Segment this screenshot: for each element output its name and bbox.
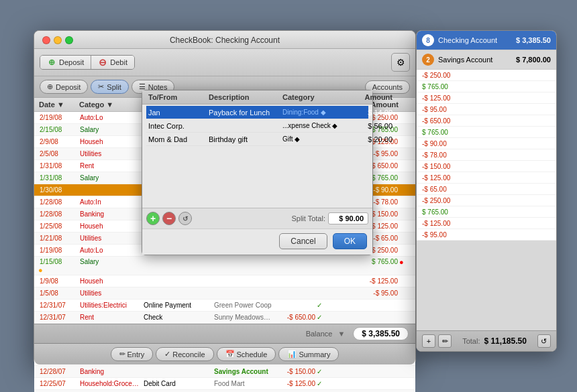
schedule-icon: 📅 xyxy=(225,350,235,358)
split-empty-area xyxy=(146,146,368,206)
checkmark: ✓ xyxy=(317,302,329,309)
sidebar-add-button[interactable]: + xyxy=(422,334,435,348)
split-action-bar: + − ↺ Split Total: $ 90.00 xyxy=(142,208,372,228)
main-toolbar: ⊕ Deposit ⊖ Debit ⚙ xyxy=(34,49,415,76)
main-window: CheckBook: Checking Account ⊕ Deposit ⊖ … xyxy=(34,30,416,365)
title-bar: CheckBook: Checking Account xyxy=(34,31,415,49)
savings-account-balance: $ 7,800.00 xyxy=(516,56,551,64)
alert-icon: ● xyxy=(399,258,411,266)
sidebar-row: -$ 65.00 xyxy=(417,184,556,195)
close-button[interactable] xyxy=(42,36,50,44)
entry-icon: ✏ xyxy=(119,350,125,358)
reconcile-nav-button[interactable]: ✓ Reconcile xyxy=(156,347,213,361)
checking-account-name: Checking Account xyxy=(438,36,512,44)
deposit-icon: ⊕ xyxy=(47,82,53,91)
reconcile-icon: ✓ xyxy=(164,350,170,358)
checking-account-balance: $ 3,385.50 xyxy=(516,36,551,44)
toolbar-right: ⚙ xyxy=(391,53,410,72)
total-value: $ 11,185.50 xyxy=(484,336,526,346)
check-col-header xyxy=(399,100,411,109)
balance-value: $ 3,385.50 xyxy=(353,327,409,340)
cancel-button[interactable]: Cancel xyxy=(279,233,327,249)
table-row[interactable]: 1/5/08 Utilities -$ 95.00 xyxy=(34,287,415,300)
gear-button[interactable]: ⚙ xyxy=(391,53,410,72)
description-col-header: Description xyxy=(207,98,280,102)
gear-icon: ⚙ xyxy=(397,57,405,68)
split-total-value: $ 90.00 xyxy=(328,212,368,224)
split-table-body: Jan Payback for Lunch Dining:Food ◆ $ 14… xyxy=(142,105,372,208)
minimize-button[interactable] xyxy=(54,36,62,44)
table-row[interactable]: 12/31/07 Utilities:Electrici Online Paym… xyxy=(34,300,415,312)
accounts-panel: 8 Checking Account $ 3,385.50 2 Savings … xyxy=(416,30,557,352)
schedule-nav-button[interactable]: 📅 Schedule xyxy=(217,347,276,361)
sidebar-row: -$ 250.00 xyxy=(417,70,556,81)
table-row[interactable]: 12/25/07 Household:Groceries Debit Card … xyxy=(34,378,415,390)
deposit-tab-button[interactable]: ⊕ Deposit xyxy=(40,80,88,94)
savings-account-name: Savings Account xyxy=(438,56,512,64)
checking-badge: 8 xyxy=(422,34,434,46)
date-col-header: Date ▼ xyxy=(38,100,78,109)
split-icon: ✂ xyxy=(98,82,104,91)
table-row[interactable]: 12/28/07 Banking Savings Account -$ 150.… xyxy=(34,366,415,378)
tofrom-col-header: To/From xyxy=(146,98,207,102)
checkmark: ✓ xyxy=(317,380,329,387)
sidebar-row: $ 765.00 xyxy=(417,127,556,138)
checking-account-row[interactable]: 8 Checking Account $ 3,385.50 xyxy=(417,31,556,50)
savings-badge: 2 xyxy=(422,54,434,66)
split-dialog: To/From Description Category Amount Jan … xyxy=(142,98,373,255)
balance-dropdown-icon[interactable]: ▼ xyxy=(337,330,345,338)
checkmark: ✓ xyxy=(317,314,329,321)
sidebar-row: -$ 650.00 xyxy=(417,115,556,127)
split-tab-button[interactable]: ✂ Split xyxy=(91,80,128,94)
table-row[interactable]: 12/31/07 Rent Check Sunny Meadows Apa...… xyxy=(34,312,415,324)
minus-icon: ⊖ xyxy=(98,58,107,67)
sidebar-total-bar: + ✏ Total: $ 11,185.50 ↺ xyxy=(417,330,556,351)
sidebar-row: -$ 125.00 xyxy=(417,172,556,184)
summary-icon: 📊 xyxy=(287,350,297,358)
flag-icon: ● xyxy=(38,266,78,274)
table-row[interactable]: 1/9/08 Househ -$ 125.00 xyxy=(34,275,415,287)
bottom-nav: ✏ Entry ✓ Reconcile 📅 Schedule 📊 Summary xyxy=(34,343,415,365)
entry-nav-button[interactable]: ✏ Entry xyxy=(111,347,154,361)
split-row-1[interactable]: Jan Payback for Lunch Dining:Food ◆ $ 14… xyxy=(146,106,368,119)
sidebar-row: -$ 150.00 xyxy=(417,161,556,172)
sidebar-refresh-button[interactable]: ↺ xyxy=(537,334,551,348)
split-row-3[interactable]: Mom & Dad Birthday gift Gift ◆ $ 20.00 xyxy=(146,133,368,146)
split-total-label: Split Total: xyxy=(291,214,325,222)
sidebar-amounts: -$ 250.00 $ 765.00 -$ 125.00 -$ 95.00 -$… xyxy=(417,70,556,241)
sidebar-row: -$ 78.00 xyxy=(417,149,556,161)
category-col-header: Catego ▼ xyxy=(78,100,146,109)
split-table-header: To/From Description Category Amount xyxy=(142,98,372,105)
ok-button[interactable]: OK xyxy=(333,233,367,249)
balance-bar: Balance ▼ $ 3,385.50 xyxy=(34,324,415,343)
sidebar-row: -$ 125.00 xyxy=(417,92,556,104)
balance-label: Balance xyxy=(306,330,333,338)
sidebar-action-icons: + ✏ xyxy=(422,334,452,348)
category-col-header: Category xyxy=(280,98,348,102)
sidebar-row: -$ 125.00 xyxy=(417,218,556,229)
remove-split-row-button[interactable]: − xyxy=(162,212,176,225)
checkmark: ✓ xyxy=(317,368,329,375)
sidebar-row: -$ 95.00 xyxy=(417,104,556,115)
amount-col-header: Amount xyxy=(348,98,395,102)
sidebar-row: -$ 250.00 xyxy=(417,195,556,206)
refresh-split-button[interactable]: ↺ xyxy=(178,212,192,225)
add-split-row-button[interactable]: + xyxy=(146,212,160,225)
sidebar-edit-button[interactable]: ✏ xyxy=(438,334,452,348)
summary-nav-button[interactable]: 📊 Summary xyxy=(278,347,339,361)
table-row[interactable]: 1/15/08 Salary $ 765.00 ● ● xyxy=(34,257,415,275)
savings-account-row[interactable]: 2 Savings Account $ 7,800.00 xyxy=(417,50,556,70)
maximize-button[interactable] xyxy=(65,36,73,44)
sidebar-row: -$ 95.00 xyxy=(417,229,556,241)
sidebar-row: $ 765.00 xyxy=(417,206,556,218)
split-row-2[interactable]: Intec Corp. ...xpense Check ◆ $ 56.00 xyxy=(146,119,368,133)
window-title: CheckBook: Checking Account xyxy=(170,36,280,45)
split-dialog-buttons: Cancel OK xyxy=(142,228,372,255)
plus-icon: ⊕ xyxy=(47,58,56,67)
deposit-button[interactable]: ⊕ Deposit xyxy=(40,56,91,69)
sidebar-row: $ 765.00 xyxy=(417,81,556,92)
traffic-lights xyxy=(42,36,73,44)
total-label: Total: xyxy=(462,337,480,345)
debit-button[interactable]: ⊖ Debit xyxy=(91,56,134,69)
sidebar-row: -$ 90.00 xyxy=(417,138,556,149)
